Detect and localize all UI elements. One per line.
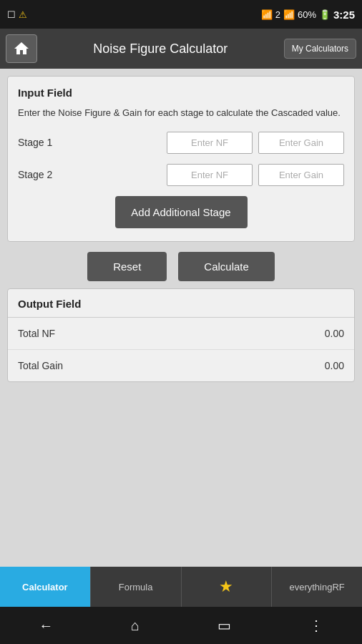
more-options-button[interactable]: ⋮ [303,611,329,640]
stage-1-inputs [68,132,344,154]
input-description: Enter the Noise Figure & Gain for each s… [18,106,344,120]
home-button[interactable] [6,34,37,63]
status-bar: ☐ ⚠ 📶 2 📶 60% 🔋 3:25 [0,0,362,29]
input-section-title: Input Field [18,87,344,99]
signal-icon: 📶 [283,9,295,20]
header-title: Noise Figure Calculator [37,42,284,57]
my-calculators-button[interactable]: My Calculators [284,39,356,59]
recent-apps-button[interactable]: ▭ [212,611,237,640]
battery-icon: 🔋 [319,9,331,20]
wifi-icon: 📶 [261,9,273,20]
tab-formula[interactable]: Formula [91,567,182,607]
action-buttons: Reset Calculate [7,252,355,281]
bottom-tabs: Calculator Formula ★ everythingRF [0,567,362,607]
battery-percent: 60% [298,9,316,20]
stage-2-inputs [68,164,344,186]
total-gain-label: Total Gain [18,360,63,371]
stage-2-row: Stage 2 [18,164,344,186]
tab-calculator[interactable]: Calculator [0,567,91,607]
home-nav-button[interactable]: ⌂ [125,612,145,640]
header: Noise Figure Calculator My Calculators [0,29,362,69]
back-button[interactable]: ← [33,612,59,640]
input-card: Input Field Enter the Noise Figure & Gai… [7,76,355,242]
tab-star[interactable]: ★ [182,567,273,607]
star-icon: ★ [219,577,233,596]
output-section-title: Output Field [8,289,354,318]
total-nf-value: 0.00 [325,328,344,339]
stage-2-nf-input[interactable] [167,164,253,186]
tab-formula-label: Formula [119,582,153,592]
stage-1-label: Stage 1 [18,137,68,148]
stage-1-nf-input[interactable] [167,132,253,154]
calculate-button[interactable]: Calculate [178,252,275,281]
reset-button[interactable]: Reset [87,252,167,281]
nav-bar: ← ⌂ ▭ ⋮ [0,607,362,644]
tab-calculator-label: Calculator [22,582,68,592]
total-nf-label: Total NF [18,328,55,339]
main-content: Input Field Enter the Noise Figure & Gai… [0,69,362,567]
stage-2-gain-input[interactable] [258,164,344,186]
stage-2-label: Stage 2 [18,169,68,180]
output-card: Output Field Total NF 0.00 Total Gain 0.… [7,288,355,382]
stage-1-gain-input[interactable] [258,132,344,154]
total-gain-value: 0.00 [325,360,344,371]
home-icon [13,40,30,57]
sim-icon: 2 [275,9,280,20]
status-time: 3:25 [333,9,355,21]
stage-1-row: Stage 1 [18,132,344,154]
add-stage-button[interactable]: Add Additional Stage [115,196,248,228]
total-gain-row: Total Gain 0.00 [8,350,354,381]
tab-everythingrf-label: everythingRF [289,582,344,592]
phone-icon: ☐ [7,9,16,20]
warning-icon: ⚠ [19,9,27,20]
tab-everythingrf[interactable]: everythingRF [272,567,362,607]
total-nf-row: Total NF 0.00 [8,318,354,350]
